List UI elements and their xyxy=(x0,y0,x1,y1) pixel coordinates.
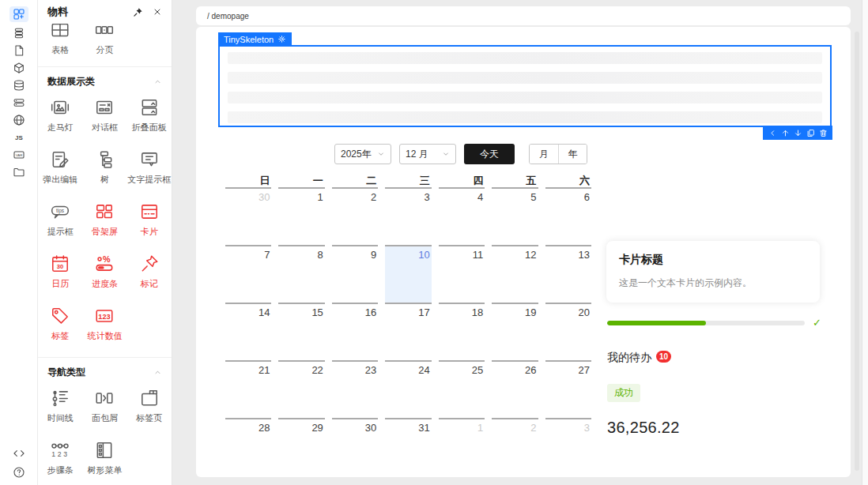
arrow-up-icon[interactable] xyxy=(781,129,790,137)
component-item-calendar[interactable]: 30日历 xyxy=(38,248,82,299)
rail-help-button[interactable] xyxy=(9,466,28,479)
calendar-mode-month[interactable]: 月 xyxy=(530,145,558,164)
component-item-timeline[interactable]: 时间线 xyxy=(38,382,82,433)
breadcrumb[interactable]: / demopage xyxy=(207,12,249,21)
calendar-day-cell[interactable]: 5 xyxy=(492,187,538,245)
calendar-day-cell[interactable]: 11 xyxy=(439,245,485,303)
chevron-left-icon[interactable] xyxy=(768,129,777,137)
today-button[interactable]: 今天 xyxy=(464,144,515,164)
calendar-day-cell[interactable]: 10 xyxy=(385,245,431,303)
weekday-label: 五 xyxy=(492,174,538,187)
component-item-pagination[interactable]: 分页 xyxy=(82,24,126,56)
component-item-table[interactable]: 表格 xyxy=(38,24,82,56)
calendar-day-cell[interactable]: 6 xyxy=(545,187,591,245)
month-select[interactable]: 12 月 xyxy=(399,144,456,164)
calendar-day-cell[interactable]: 29 xyxy=(278,418,324,476)
calendar-day-cell[interactable]: 2 xyxy=(492,418,538,476)
chevron-up-icon[interactable] xyxy=(153,368,162,377)
calendar-day-cell[interactable]: 23 xyxy=(332,360,378,418)
svg-text:123: 123 xyxy=(99,313,111,321)
calendar-day-cell[interactable]: 30 xyxy=(332,418,378,476)
component-item-popedit[interactable]: 弹出编辑 xyxy=(38,144,82,194)
skeleton-component[interactable] xyxy=(218,45,832,127)
component-item-progress[interactable]: %进度条 xyxy=(82,248,126,299)
component-item-skeleton[interactable]: 骨架屏 xyxy=(82,196,126,246)
category-header[interactable]: 导航类型 xyxy=(38,358,172,382)
calendar-day-cell[interactable]: 31 xyxy=(385,418,431,476)
variable-icon: VAR xyxy=(13,149,25,161)
calendar-day-cell[interactable]: 26 xyxy=(492,360,538,418)
calendar-day-cell[interactable]: 18 xyxy=(439,303,485,360)
component-item-steps[interactable]: 123步骤条 xyxy=(38,434,82,485)
progress-component[interactable]: ✓ xyxy=(607,321,828,325)
component-item-carousel[interactable]: 走马灯 xyxy=(38,92,82,142)
rail-source-code-button[interactable] xyxy=(9,447,28,460)
component-item-collapse[interactable]: 折叠面板 xyxy=(127,92,172,142)
calendar-day-cell[interactable]: 9 xyxy=(332,245,378,303)
calendar-day-cell[interactable]: 27 xyxy=(545,360,591,418)
calendar-day-cell[interactable]: 13 xyxy=(545,245,591,303)
component-item-treemenu[interactable]: 树形菜单 xyxy=(82,434,126,485)
calendar-day-cell[interactable]: 22 xyxy=(278,360,324,418)
calendar-day-cell[interactable]: 21 xyxy=(225,360,271,418)
tag-component[interactable]: 成功 xyxy=(607,384,640,402)
calendar-day-cell[interactable]: 4 xyxy=(439,187,485,245)
component-item-tabs[interactable]: 标签页 xyxy=(127,382,172,433)
rail-state-button[interactable]: VAR xyxy=(9,149,28,161)
copy-icon[interactable] xyxy=(806,129,815,137)
component-item-mark[interactable]: 标记 xyxy=(127,248,172,299)
calendar-mode-year[interactable]: 年 xyxy=(558,145,587,164)
canvas-scrollbar[interactable] xyxy=(855,32,859,471)
component-item-tree[interactable]: 树 xyxy=(82,144,126,194)
rail-block-button[interactable] xyxy=(9,62,28,74)
component-item-statistic[interactable]: 123统计数值 xyxy=(82,300,126,351)
rail-assets-button[interactable] xyxy=(9,166,28,179)
calendar-day-cell[interactable]: 3 xyxy=(545,418,591,476)
year-select[interactable]: 2025年 xyxy=(334,144,391,164)
calendar-day-cell[interactable]: 24 xyxy=(385,360,431,418)
close-icon[interactable] xyxy=(153,7,162,17)
calendar-day-cell[interactable]: 8 xyxy=(278,245,324,303)
component-item-card[interactable]: 卡片 xyxy=(127,196,172,246)
rail-page-button[interactable] xyxy=(9,44,28,57)
component-item-tips[interactable]: tips提示框 xyxy=(38,196,82,246)
steps-icon: 123 xyxy=(50,439,70,461)
arrow-down-icon[interactable] xyxy=(794,129,802,137)
component-item-tooltip[interactable]: 文字提示框 xyxy=(127,144,172,194)
calendar-day-cell[interactable]: 28 xyxy=(225,418,271,476)
component-item-breadcrumb[interactable]: 面包屑 xyxy=(82,382,126,433)
calendar-day-cell[interactable]: 16 xyxy=(332,303,378,360)
gear-icon[interactable] xyxy=(277,35,286,43)
pin-icon[interactable] xyxy=(133,7,143,17)
chevron-up-icon[interactable] xyxy=(153,77,162,86)
component-item-dialog[interactable]: 对话框 xyxy=(82,92,126,142)
rail-datasource-button[interactable] xyxy=(9,79,28,92)
calendar-day-cell[interactable]: 2 xyxy=(332,187,378,245)
card-component[interactable]: 卡片标题 这是一个文本卡片的示例内容。 xyxy=(606,241,820,303)
calendar-day-cell[interactable]: 15 xyxy=(278,303,324,360)
component-item-tag[interactable]: 标签 xyxy=(38,300,82,351)
statistic-component[interactable]: 36,256.22 xyxy=(607,419,680,437)
rail-i18n-button[interactable] xyxy=(9,114,28,126)
rail-outline-button[interactable] xyxy=(9,27,28,39)
calendar-day-cell[interactable]: 3 xyxy=(385,187,431,245)
calendar-day-cell[interactable]: 20 xyxy=(545,303,591,360)
trash-icon[interactable] xyxy=(819,129,828,137)
calendar-day-cell[interactable]: 19 xyxy=(492,303,538,360)
category-header[interactable]: 数据展示类 xyxy=(38,67,172,92)
calendar-day-cell[interactable]: 1 xyxy=(278,187,324,245)
calendar-day-cell[interactable]: 12 xyxy=(492,245,538,303)
calendar-day-cell[interactable]: 25 xyxy=(439,360,485,418)
selected-component-label[interactable]: TinySkeleton xyxy=(218,32,292,46)
rail-resource-button[interactable] xyxy=(9,96,28,109)
component-grid-partial: 表格分页 xyxy=(38,24,172,60)
calendar-component: 2025年 12 月 今天 月年 日一二三四五六 301234567891011… xyxy=(225,144,591,476)
calendar-day-cell[interactable]: 7 xyxy=(225,245,271,303)
calendar-day-cell[interactable]: 30 xyxy=(225,187,271,245)
calendar-day-cell[interactable]: 14 xyxy=(225,303,271,360)
badge-component[interactable]: 我的待办 10 xyxy=(607,351,671,365)
rail-materials-button[interactable] xyxy=(9,6,28,22)
calendar-day-cell[interactable]: 1 xyxy=(439,418,485,476)
calendar-day-cell[interactable]: 17 xyxy=(385,303,431,360)
rail-script-button[interactable]: JS xyxy=(9,131,28,144)
